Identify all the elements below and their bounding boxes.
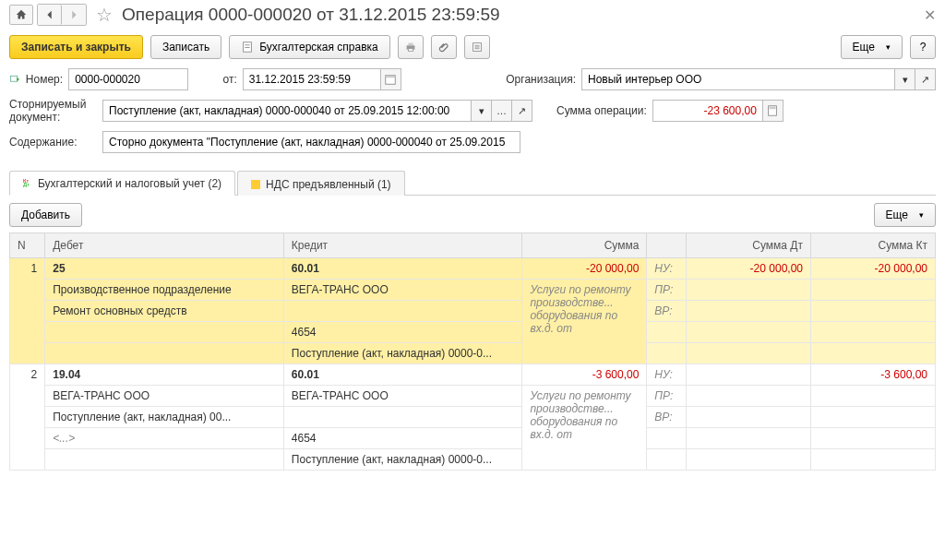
col-sum-kt[interactable]: Сумма Кт <box>811 233 936 258</box>
debit-acc: 19.04 <box>53 368 80 381</box>
more-button[interactable]: Еще▾ <box>841 35 903 59</box>
col-debit[interactable]: Дебет <box>45 233 284 258</box>
back-button[interactable] <box>38 5 62 25</box>
date-label: от: <box>223 73 237 86</box>
calc-button[interactable] <box>763 100 784 122</box>
svg-rect-4 <box>408 43 413 46</box>
table-row[interactable]: Производственное подразделение ВЕГА-ТРАН… <box>10 280 936 301</box>
tab-vat[interactable]: НДС предъявленный (1) <box>237 171 404 196</box>
debit-l2: Ремонт основных средств <box>45 301 284 322</box>
list-icon <box>471 41 484 54</box>
table-row[interactable]: Поступление (акт, накладная) 0000-0... <box>10 343 936 364</box>
tab-accounting[interactable]: ДтКт Бухгалтерский и налоговый учет (2) <box>9 171 235 196</box>
svg-rect-12 <box>386 76 396 78</box>
col-n[interactable]: N <box>10 233 45 258</box>
home-icon <box>15 8 28 21</box>
date-input[interactable] <box>243 68 381 90</box>
org-dropdown-button[interactable]: ▾ <box>895 68 915 90</box>
storno-input[interactable] <box>102 100 472 122</box>
tag-vr: ВР: <box>647 407 687 428</box>
content-input[interactable] <box>102 131 520 153</box>
grid-more-label: Еще <box>886 209 908 221</box>
forward-button[interactable] <box>62 5 86 25</box>
accounting-ref-button[interactable]: Бухгалтерская справка <box>229 35 390 59</box>
main-toolbar: Записать и закрыть Записать Бухгалтерска… <box>0 31 945 66</box>
accounting-ref-label: Бухгалтерская справка <box>259 41 378 54</box>
col-tag <box>647 233 687 258</box>
svg-rect-1 <box>245 44 250 45</box>
table-row[interactable]: 1 25 60.01 -20 000,00 НУ: -20 000,00 -20… <box>10 258 936 280</box>
caret-down-icon: ▾ <box>919 210 924 220</box>
svg-rect-5 <box>408 49 413 52</box>
grid-more-button[interactable]: Еще▾ <box>874 203 936 227</box>
svg-text:Кт: Кт <box>23 179 29 184</box>
save-close-button[interactable]: Записать и закрыть <box>9 35 143 59</box>
tabs: ДтКт Бухгалтерский и налоговый учет (2) … <box>9 170 936 196</box>
table-row[interactable]: 2 19.04 60.01 -3 600,00 НУ: -3 600,00 <box>10 364 936 386</box>
tab-vat-icon <box>251 180 260 189</box>
home-button[interactable] <box>9 5 33 25</box>
storno-open-button[interactable]: ↗ <box>512 100 532 122</box>
row-n: 2 <box>10 364 45 471</box>
calendar-button[interactable] <box>381 68 401 90</box>
sum-dt-cell: -20 000,00 <box>687 258 811 280</box>
credit-l1: ВЕГА-ТРАНС ООО <box>283 280 522 301</box>
sum-kt-cell: -3 600,00 <box>811 364 936 386</box>
tag-pr: ПР: <box>647 386 687 407</box>
number-label: Номер: <box>26 73 63 86</box>
grid-header: N Дебет Кредит Сумма Сумма Дт Сумма Кт <box>10 233 936 258</box>
col-sum-dt[interactable]: Сумма Дт <box>687 233 811 258</box>
tab-vat-label: НДС предъявленный (1) <box>266 178 390 191</box>
storno-dropdown-button[interactable]: ▾ <box>472 100 492 122</box>
sum-cell: -20 000,00 <box>522 258 647 280</box>
col-sum[interactable]: Сумма <box>522 233 647 258</box>
credit-l2: 4654 <box>283 428 522 449</box>
org-open-button[interactable]: ↗ <box>915 68 936 90</box>
more-label: Еще <box>853 41 875 54</box>
table-row[interactable]: ВЕГА-ТРАНС ООО ВЕГА-ТРАНС ООО Услуги по … <box>10 386 936 407</box>
storno-ellipsis-button[interactable]: … <box>492 100 512 122</box>
nav-group <box>37 4 87 26</box>
add-button[interactable]: Добавить <box>9 203 82 227</box>
tag-nu: НУ: <box>647 258 687 280</box>
credit-l3: Поступление (акт, накладная) 0000-0... <box>283 449 522 471</box>
table-row[interactable]: 4654 <box>10 322 936 343</box>
debit-acc: 25 <box>53 262 65 275</box>
row-n: 1 <box>10 258 45 364</box>
help-button[interactable]: ? <box>910 35 936 59</box>
sum-label: Сумма операции: <box>556 104 647 117</box>
number-input[interactable] <box>68 68 188 90</box>
org-label: Организация: <box>506 73 576 86</box>
svg-rect-10 <box>10 76 17 81</box>
svg-rect-2 <box>245 47 250 48</box>
tag-pr: ПР: <box>647 280 687 301</box>
table-row[interactable]: Поступление (акт, накладная) 00... ВР: <box>10 407 936 428</box>
close-button[interactable]: ✕ <box>924 6 936 24</box>
sum-input[interactable] <box>652 100 763 122</box>
col-credit[interactable]: Кредит <box>283 233 522 258</box>
calculator-icon <box>766 104 779 117</box>
tab-accounting-label: Бухгалтерский и налоговый учет (2) <box>38 177 221 190</box>
calendar-icon <box>384 73 397 86</box>
table-row[interactable]: Ремонт основных средств ВР: <box>10 301 936 322</box>
credit-l2: 4654 <box>283 322 522 343</box>
debit-l1: Производственное подразделение <box>45 280 284 301</box>
sum-kt-cell: -20 000,00 <box>811 258 936 280</box>
print-button[interactable] <box>398 35 424 59</box>
save-button[interactable]: Записать <box>150 35 221 59</box>
debit-l2: Поступление (акт, накладная) 00... <box>45 407 284 428</box>
arrow-left-icon <box>43 8 56 21</box>
topbar: ☆ Операция 0000-000020 от 31.12.2015 23:… <box>0 0 945 31</box>
page-title: Операция 0000-000020 от 31.12.2015 23:59… <box>122 5 500 25</box>
attach-button[interactable] <box>431 35 457 59</box>
table-row[interactable]: <...> 4654 <box>10 428 936 449</box>
sum-note: Услуги по ремонту производстве... оборуд… <box>522 386 647 471</box>
table-row[interactable]: Поступление (акт, накладная) 0000-0... <box>10 449 936 471</box>
entries-grid: N Дебет Кредит Сумма Сумма Дт Сумма Кт 1… <box>9 232 936 471</box>
favorite-icon[interactable]: ☆ <box>96 4 113 26</box>
debit-l3: <...> <box>45 428 284 449</box>
arrow-right-icon <box>67 8 80 21</box>
list-button[interactable] <box>464 35 490 59</box>
org-input[interactable] <box>581 68 895 90</box>
caret-down-icon: ▾ <box>886 42 891 52</box>
